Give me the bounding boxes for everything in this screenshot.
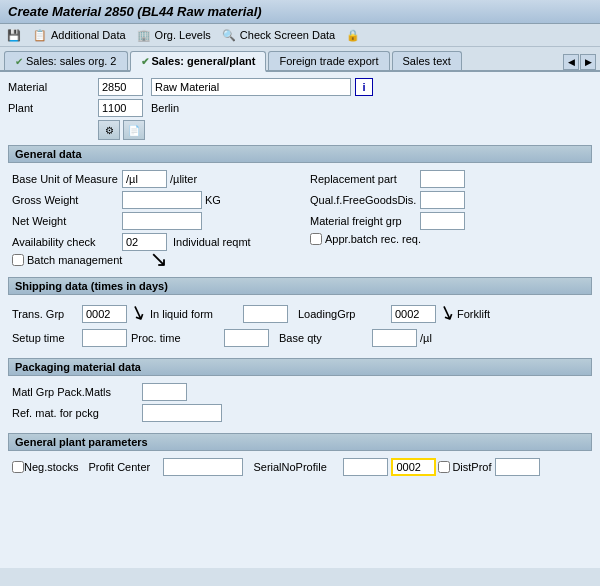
proc-time-input[interactable] — [224, 329, 269, 347]
shipping-data-title: Shipping data (times in days) — [15, 280, 168, 292]
net-weight-input[interactable] — [122, 212, 202, 230]
tab-foreign-trade[interactable]: Foreign trade export — [268, 51, 389, 70]
toolbar-org-levels[interactable]: 🏢 Org. Levels — [136, 27, 211, 43]
ref-mat-input[interactable] — [142, 404, 222, 422]
matl-grp-input[interactable] — [142, 383, 187, 401]
packaging-title: Packaging material data — [15, 361, 141, 373]
shipping-data-content: Trans. Grp ↖ In liquid form LoadingGrp ↖… — [8, 299, 592, 353]
tab-label-2: Sales: general/plant — [152, 55, 256, 67]
settings-button[interactable]: ⚙ — [98, 120, 120, 140]
net-weight-label: Net Weight — [12, 215, 122, 227]
base-unit-input[interactable] — [122, 170, 167, 188]
qual-free-goods-row: Qual.f.FreeGoodsDis. — [310, 191, 588, 209]
general-data-header: General data — [8, 145, 592, 163]
matl-grp-row: Matl Grp Pack.Matls — [12, 383, 588, 401]
availability-arrow: ↖ — [150, 247, 168, 273]
replacement-part-input[interactable] — [420, 170, 465, 188]
profit-center-label: Profit Center — [88, 461, 163, 473]
availability-check-unit: Individual reqmt — [173, 236, 251, 248]
serial-no-profile-input[interactable] — [343, 458, 388, 476]
toolbar-additional-data[interactable]: 📋 Additional Data — [32, 27, 126, 43]
packaging-content: Matl Grp Pack.Matls Ref. mat. for pckg — [8, 380, 592, 428]
neg-stocks-checkbox[interactable] — [12, 461, 24, 473]
check-screen-icon: 🔍 — [221, 27, 237, 43]
tab-sales-org[interactable]: ✔ Sales: sales org. 2 — [4, 51, 128, 70]
proc-time-label: Proc. time — [131, 332, 221, 344]
gross-weight-input[interactable] — [122, 191, 202, 209]
material-description-input[interactable] — [151, 78, 351, 96]
document-button[interactable]: 📄 — [123, 120, 145, 140]
dist-prof-label: DistProf — [452, 461, 491, 473]
appr-batch-label: Appr.batch rec. req. — [325, 233, 421, 245]
in-liquid-form-label: In liquid form — [150, 308, 240, 320]
material-label: Material — [8, 81, 98, 93]
tab-nav-next[interactable]: ▶ — [580, 54, 596, 70]
toolbar-save[interactable]: 💾 — [6, 27, 22, 43]
plant-input[interactable] — [98, 99, 143, 117]
replacement-part-label: Replacement part — [310, 173, 420, 185]
setup-time-label: Setup time — [12, 332, 82, 344]
matl-grp-label: Matl Grp Pack.Matls — [12, 386, 142, 398]
title-bar: Create Material 2850 (BL44 Raw material) — [0, 0, 600, 24]
general-data-title: General data — [15, 148, 82, 160]
tab-check-icon-1: ✔ — [15, 56, 23, 67]
packaging-header: Packaging material data — [8, 358, 592, 376]
ref-mat-label: Ref. mat. for pckg — [12, 407, 142, 419]
trans-grp-arrow: ↖ — [125, 300, 149, 328]
material-freight-label: Material freight grp — [310, 215, 420, 227]
base-unit-label: Base Unit of Measure — [12, 173, 122, 185]
shipping-data-header: Shipping data (times in days) — [8, 277, 592, 295]
ref-mat-row: Ref. mat. for pckg — [12, 404, 588, 422]
tab-sales-general[interactable]: ✔ Sales: general/plant — [130, 51, 267, 72]
qual-free-goods-input[interactable] — [420, 191, 465, 209]
toolbar-lock[interactable]: 🔒 — [345, 27, 361, 43]
tab-nav-prev[interactable]: ◀ — [563, 54, 579, 70]
net-weight-row: Net Weight — [12, 212, 290, 230]
tabs-container: ✔ Sales: sales org. 2 ✔ Sales: general/p… — [0, 47, 600, 72]
profit-center-input[interactable] — [163, 458, 243, 476]
neg-stocks-label: Neg.stocks — [24, 461, 78, 473]
general-plant-header: General plant parameters — [8, 433, 592, 451]
save-icon: 💾 — [6, 27, 22, 43]
plant-description: Berlin — [151, 102, 179, 114]
loading-grp-input[interactable] — [391, 305, 436, 323]
in-liquid-form-input[interactable] — [243, 305, 288, 323]
serial-no-value-input[interactable] — [391, 458, 436, 476]
batch-management-checkbox[interactable] — [12, 254, 24, 266]
material-row: Material i — [8, 78, 592, 96]
dist-prof-input[interactable] — [495, 458, 540, 476]
availability-check-row: Availability check Individual reqmt ↖ — [12, 233, 290, 251]
toolbar-check-screen[interactable]: 🔍 Check Screen Data — [221, 27, 335, 43]
qual-free-goods-label: Qual.f.FreeGoodsDis. — [310, 194, 420, 206]
loading-grp-arrow: ↖ — [434, 300, 458, 328]
trans-grp-input[interactable] — [82, 305, 127, 323]
shipping-row1: Trans. Grp ↖ In liquid form LoadingGrp ↖… — [12, 302, 588, 326]
tab-label-3: Foreign trade export — [279, 55, 378, 67]
replacement-part-row: Replacement part — [310, 170, 588, 188]
trans-grp-label: Trans. Grp — [12, 308, 82, 320]
toolbar: 💾 📋 Additional Data 🏢 Org. Levels 🔍 Chec… — [0, 24, 600, 47]
gross-weight-label: Gross Weight — [12, 194, 122, 206]
tab-sales-text[interactable]: Sales text — [392, 51, 462, 70]
general-data-content: Base Unit of Measure /µliter Gross Weigh… — [8, 167, 592, 272]
lock-icon: 🔒 — [345, 27, 361, 43]
general-plant-title: General plant parameters — [15, 436, 148, 448]
tab-check-icon-2: ✔ — [141, 56, 149, 67]
appr-batch-row: Appr.batch rec. req. — [310, 233, 588, 245]
setup-time-input[interactable] — [82, 329, 127, 347]
gross-weight-unit: KG — [205, 194, 221, 206]
appr-batch-checkbox[interactable] — [310, 233, 322, 245]
forklift-label: Forklift — [457, 308, 547, 320]
window-title: Create Material 2850 (BL44 Raw material) — [8, 4, 262, 19]
tab-navigation: ◀ ▶ — [563, 54, 596, 70]
base-qty-unit: /µl — [420, 332, 432, 344]
material-input[interactable] — [98, 78, 143, 96]
material-freight-input[interactable] — [420, 212, 465, 230]
org-levels-icon: 🏢 — [136, 27, 152, 43]
dist-prof-checkbox[interactable] — [438, 461, 450, 473]
batch-management-label: Batch management — [27, 254, 122, 266]
plant-row: Plant Berlin — [8, 99, 592, 117]
gross-weight-row: Gross Weight KG — [12, 191, 290, 209]
base-qty-input[interactable] — [372, 329, 417, 347]
info-button[interactable]: i — [355, 78, 373, 96]
